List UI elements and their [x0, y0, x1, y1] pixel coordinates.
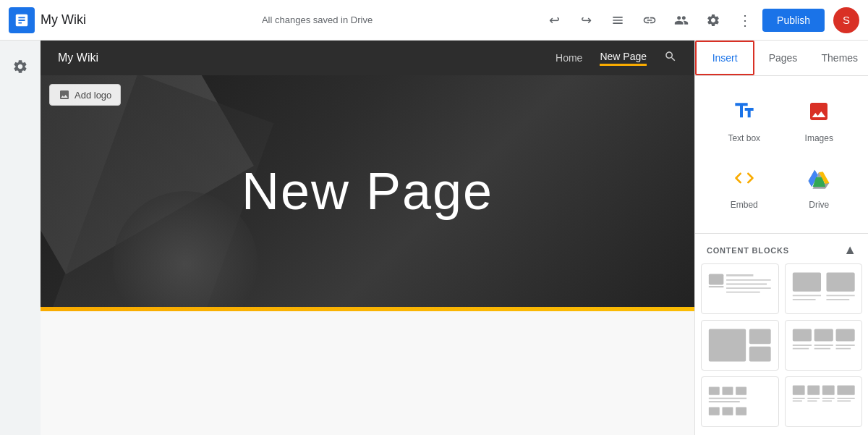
svg-rect-31: [722, 407, 733, 415]
insert-embed[interactable]: Embed: [707, 155, 782, 221]
svg-rect-15: [749, 347, 771, 362]
insert-embed-label: Embed: [731, 200, 758, 210]
site-nav-links: Home New Page: [556, 50, 677, 67]
nav-link-newpage[interactable]: New Page: [600, 51, 647, 66]
svg-rect-18: [835, 329, 854, 342]
share-icon: [674, 13, 689, 28]
insert-textbox[interactable]: Text box: [707, 88, 782, 155]
svg-rect-33: [792, 386, 804, 395]
drive-icon: [807, 166, 830, 194]
link-icon: [642, 13, 657, 28]
add-logo-label: Add logo: [75, 90, 111, 101]
preview-button[interactable]: [603, 6, 632, 35]
publish-button[interactable]: Publish: [762, 9, 825, 32]
block-template-4[interactable]: [785, 320, 863, 371]
page-settings-button[interactable]: [6, 52, 35, 81]
toolbar-actions: ↩ ↪ ⋮ Publish S: [540, 6, 859, 35]
main-content: My Wiki Home New Page Ad: [0, 41, 868, 435]
site-preview: My Wiki Home New Page Ad: [41, 41, 694, 435]
right-panel: Insert Pages Themes Text box: [694, 41, 868, 435]
insert-textbox-label: Text box: [728, 133, 760, 143]
page-content-area[interactable]: [41, 311, 694, 435]
toolbar: My Wiki All changes saved in Drive ↩ ↪ ⋮…: [0, 0, 868, 41]
tab-themes[interactable]: Themes: [812, 41, 868, 75]
hero-section[interactable]: Add logo New Page: [41, 75, 694, 307]
canvas-area: My Wiki Home New Page Ad: [41, 41, 694, 435]
svg-rect-13: [709, 329, 746, 362]
image-icon: [59, 89, 70, 101]
svg-rect-34: [807, 386, 820, 395]
preview-icon: [610, 13, 625, 28]
site-nav-title: My Wiki: [58, 51, 98, 64]
block-template-5-preview: [706, 381, 774, 422]
svg-rect-8: [826, 273, 854, 292]
svg-rect-36: [837, 386, 854, 395]
svg-rect-25: [709, 387, 720, 394]
svg-rect-16: [792, 329, 811, 342]
svg-rect-26: [722, 387, 733, 394]
user-avatar[interactable]: S: [833, 7, 859, 33]
app-title: My Wiki: [41, 12, 86, 28]
svg-rect-7: [792, 273, 820, 292]
page-hero-title: New Page: [242, 161, 493, 221]
svg-rect-0: [709, 274, 724, 284]
block-template-3-preview: [706, 325, 774, 366]
svg-rect-32: [736, 407, 746, 415]
undo-icon: ↩: [549, 12, 560, 28]
svg-rect-30: [709, 407, 720, 415]
svg-rect-1: [709, 286, 724, 287]
block-template-2-preview: [790, 269, 858, 309]
block-template-4-preview: [790, 325, 858, 366]
insert-images-label: Images: [805, 133, 833, 143]
block-template-3[interactable]: [701, 320, 779, 371]
svg-rect-14: [749, 329, 771, 345]
save-status: All changes saved in Drive: [101, 14, 534, 25]
redo-icon: ↪: [581, 12, 592, 28]
block-template-1[interactable]: [701, 263, 779, 314]
more-button[interactable]: ⋮: [731, 6, 760, 35]
settings-button[interactable]: [699, 6, 728, 35]
link-button[interactable]: [635, 6, 664, 35]
embed-icon: [733, 166, 756, 194]
gear-icon: [12, 59, 28, 75]
block-template-6-preview: [790, 381, 858, 422]
site-nav: My Wiki Home New Page: [41, 41, 694, 75]
panel-tabs: Insert Pages Themes: [695, 41, 868, 76]
left-sidebar: [0, 41, 41, 435]
insert-grid: Text box Images Embed: [695, 76, 868, 234]
chevron-up-icon[interactable]: ▲: [843, 242, 856, 258]
tab-insert[interactable]: Insert: [695, 41, 754, 75]
svg-rect-17: [814, 329, 833, 342]
search-icon[interactable]: [664, 50, 677, 67]
content-blocks-title: CONTENT BLOCKS: [707, 246, 789, 255]
settings-icon: [706, 13, 720, 28]
nav-link-home[interactable]: Home: [556, 52, 582, 64]
content-blocks-header: CONTENT BLOCKS ▲: [695, 234, 868, 263]
textbox-icon: [733, 99, 756, 127]
svg-rect-27: [736, 387, 746, 394]
content-blocks-grid: [695, 263, 868, 433]
insert-drive-label: Drive: [809, 200, 829, 210]
share-button[interactable]: [667, 6, 696, 35]
svg-rect-35: [822, 386, 834, 395]
block-template-5[interactable]: [701, 376, 779, 427]
undo-button[interactable]: ↩: [540, 6, 569, 35]
block-template-6[interactable]: [785, 376, 863, 427]
sites-logo-icon: [14, 12, 30, 28]
redo-button[interactable]: ↪: [571, 6, 600, 35]
add-logo-button[interactable]: Add logo: [49, 84, 121, 106]
app-logo: [9, 7, 35, 33]
insert-images[interactable]: Images: [782, 88, 857, 155]
block-template-1-preview: [706, 269, 774, 309]
block-template-2[interactable]: [785, 263, 863, 314]
tab-pages[interactable]: Pages: [754, 41, 811, 75]
more-icon: ⋮: [738, 12, 752, 29]
insert-drive[interactable]: Drive: [782, 155, 857, 221]
images-icon: [807, 100, 830, 127]
